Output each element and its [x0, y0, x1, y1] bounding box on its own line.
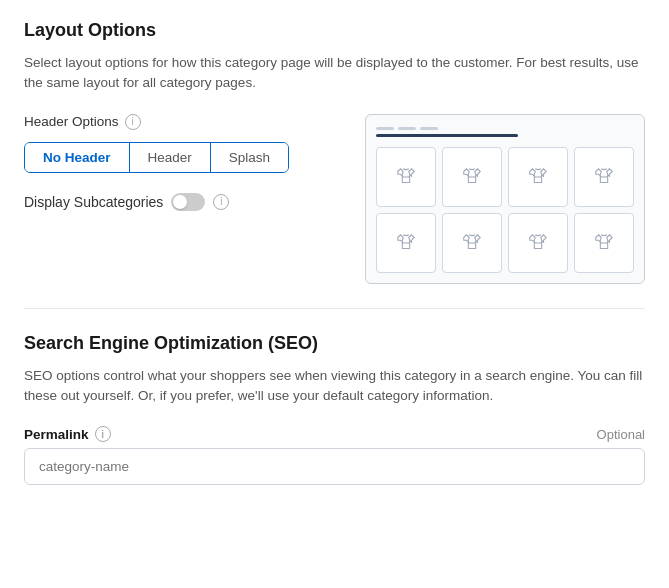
header-options-label: Header Options — [24, 114, 119, 129]
permalink-info-icon[interactable]: i — [95, 426, 111, 442]
layout-options-desc: Select layout options for how this categ… — [24, 53, 645, 94]
shirt-icon-6 — [461, 232, 483, 254]
shirt-icon-1 — [395, 166, 417, 188]
permalink-row: Permalink i Optional — [24, 426, 645, 442]
section-divider — [24, 308, 645, 309]
preview-header — [376, 127, 634, 137]
optional-label: Optional — [597, 427, 645, 442]
display-subcategories-row: Display Subcategories i — [24, 193, 345, 211]
layout-options-body: Header Options i No Header Header Splash… — [24, 114, 645, 284]
preview-dot-1 — [376, 127, 394, 130]
preview-item-5 — [376, 213, 436, 273]
shirt-icon-5 — [395, 232, 417, 254]
display-subcategories-info-icon[interactable]: i — [213, 194, 229, 210]
preview-dot-2 — [398, 127, 416, 130]
layout-options-section: Layout Options Select layout options for… — [24, 20, 645, 284]
shirt-icon-8 — [593, 232, 615, 254]
preview-item-2 — [442, 147, 502, 207]
shirt-icon-7 — [527, 232, 549, 254]
preview-item-8 — [574, 213, 634, 273]
shirt-icon-3 — [527, 166, 549, 188]
no-header-button[interactable]: No Header — [25, 143, 130, 172]
permalink-label-text: Permalink — [24, 427, 89, 442]
layout-options-title: Layout Options — [24, 20, 645, 41]
header-options-info-icon[interactable]: i — [125, 114, 141, 130]
permalink-label-group: Permalink i — [24, 426, 111, 442]
shirt-icon-4 — [593, 166, 615, 188]
layout-options-controls: Header Options i No Header Header Splash… — [24, 114, 345, 211]
preview-item-1 — [376, 147, 436, 207]
preview-item-7 — [508, 213, 568, 273]
header-button[interactable]: Header — [130, 143, 211, 172]
header-options-row: Header Options i — [24, 114, 345, 130]
display-subcategories-toggle[interactable] — [171, 193, 205, 211]
preview-item-3 — [508, 147, 568, 207]
layout-preview — [365, 114, 645, 284]
preview-product-grid — [376, 147, 634, 273]
seo-desc: SEO options control what your shoppers s… — [24, 366, 645, 407]
header-options-button-group: No Header Header Splash — [24, 142, 289, 173]
preview-nav-dots — [376, 127, 634, 130]
preview-item-6 — [442, 213, 502, 273]
toggle-knob — [173, 195, 187, 209]
permalink-input[interactable] — [24, 448, 645, 485]
seo-section: Search Engine Optimization (SEO) SEO opt… — [24, 333, 645, 486]
seo-title: Search Engine Optimization (SEO) — [24, 333, 645, 354]
shirt-icon-2 — [461, 166, 483, 188]
preview-item-4 — [574, 147, 634, 207]
preview-title-line — [376, 134, 518, 137]
preview-dot-3 — [420, 127, 438, 130]
page-container: Layout Options Select layout options for… — [0, 0, 669, 505]
splash-button[interactable]: Splash — [211, 143, 288, 172]
display-subcategories-label: Display Subcategories — [24, 194, 163, 210]
